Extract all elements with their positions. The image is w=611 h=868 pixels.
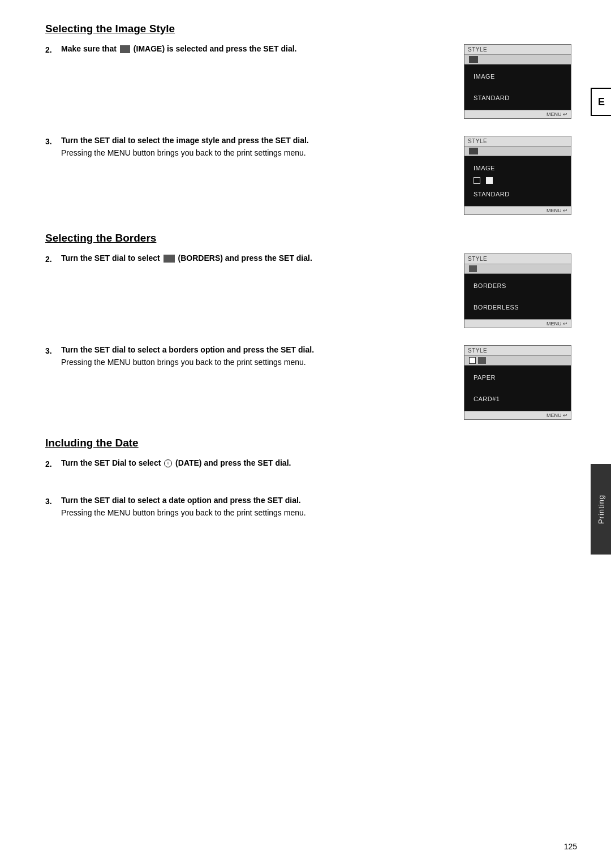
lcd-footer: MENU ↩ xyxy=(464,411,571,419)
lcd-screen-borders-2: STYLE BORDERS BORDERLESS MENU ↩ xyxy=(464,253,571,328)
lcd-footer: MENU ↩ xyxy=(464,206,571,214)
step-borders-3: 3. Turn the SET dial to select a borders… xyxy=(45,345,577,420)
style-icon-small2 xyxy=(478,357,486,364)
page-number: 125 xyxy=(564,842,577,851)
step-num: 3. xyxy=(45,345,61,367)
lcd-item-card1: CARD#1 xyxy=(471,393,564,405)
step-num: 3. xyxy=(45,496,61,517)
borders-icon-small xyxy=(469,265,477,272)
section-date: Including the Date 2. Turn the SET Dial … xyxy=(45,437,577,527)
borders-icon xyxy=(163,255,175,263)
step-num: 2. xyxy=(45,44,61,54)
lcd-item-borders: BORDERS xyxy=(471,280,564,292)
lcd-item-image: IMAGE xyxy=(471,70,564,83)
section-heading-image-style: Selecting the Image Style xyxy=(45,23,577,35)
lcd-item-borderless: BORDERLESS xyxy=(471,301,564,313)
section-borders: Selecting the Borders 2. Turn the SET di… xyxy=(45,232,577,420)
letter-tab-e: E xyxy=(591,88,611,116)
step-borders-2: 2. Turn the SET dial to select (BORDERS)… xyxy=(45,253,577,328)
border-square-icon xyxy=(469,357,476,364)
lcd-footer: MENU ↩ xyxy=(464,319,571,328)
lcd-screen-image-style-3: STYLE IMAGE STANDARD MENU ↩ xyxy=(464,136,571,215)
section-heading-date: Including the Date xyxy=(45,437,577,449)
lcd-item-image: IMAGE xyxy=(471,162,564,174)
section-heading-borders: Selecting the Borders xyxy=(45,232,577,244)
lcd-item-standard: STANDARD xyxy=(471,188,564,200)
lcd-screen-image-style-2: STYLE IMAGE STANDARD MENU ↩ xyxy=(464,44,571,119)
image-icon xyxy=(120,45,130,53)
step-num: 3. xyxy=(45,136,61,157)
side-tab-printing: Printing xyxy=(591,464,611,555)
lcd-item-standard: STANDARD xyxy=(471,92,564,104)
step-date-2: 2. Turn the SET Dial to select ○ (DATE) … xyxy=(45,458,577,479)
step-image-style-2: 2. Make sure that (IMAGE) is selected an… xyxy=(45,44,577,119)
style-icon-small xyxy=(469,148,478,154)
step-num: 2. xyxy=(45,458,61,469)
style-icon-small xyxy=(469,56,478,63)
lcd-item-paper: PAPER xyxy=(471,371,564,384)
section-image-style: Selecting the Image Style 2. Make sure t… xyxy=(45,23,577,215)
step-date-3: 3. Turn the SET dial to select a date op… xyxy=(45,496,577,527)
lcd-screen-borders-3: STYLE PAPER CARD#1 MENU ↩ xyxy=(464,345,571,420)
lcd-footer: MENU ↩ xyxy=(464,110,571,118)
step-image-style-3: 3. Turn the SET dial to select the image… xyxy=(45,136,577,215)
step-num: 2. xyxy=(45,253,61,264)
page: E Printing 125 Selecting the Image Style… xyxy=(0,0,611,868)
